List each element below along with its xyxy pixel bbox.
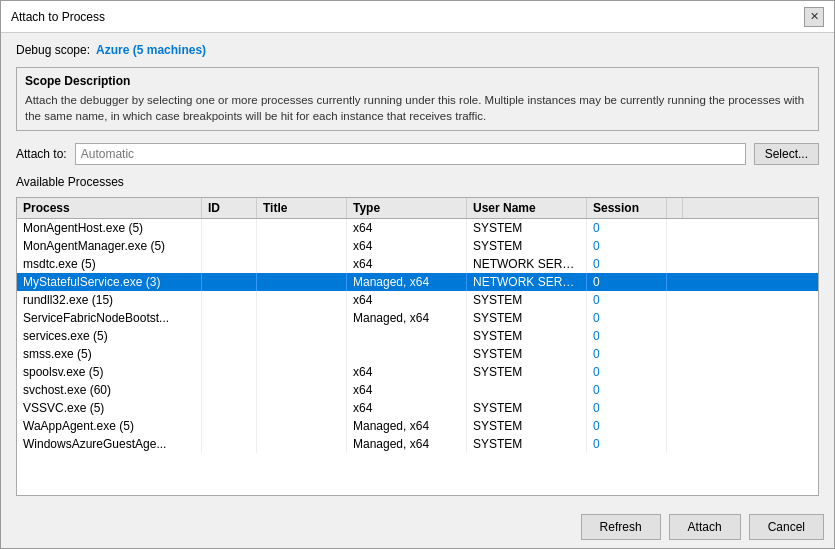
table-row[interactable]: rundll32.exe (15)x64SYSTEM0	[17, 291, 818, 309]
table-header: Process ID Title Type User Name Session	[17, 198, 818, 219]
cell-process: spoolsv.exe (5)	[17, 363, 202, 381]
cell-process: msdtc.exe (5)	[17, 255, 202, 273]
attach-to-input[interactable]	[75, 143, 746, 165]
cell-id	[202, 363, 257, 381]
cell-session: 0	[587, 255, 667, 273]
cell-process: MonAgentManager.exe (5)	[17, 237, 202, 255]
cell-title	[257, 345, 347, 363]
cell-id	[202, 381, 257, 399]
table-row[interactable]: svchost.exe (60)x640	[17, 381, 818, 399]
cell-process: MonAgentHost.exe (5)	[17, 219, 202, 237]
col-username: User Name	[467, 198, 587, 218]
cell-type: x64	[347, 255, 467, 273]
close-icon: ✕	[810, 10, 819, 23]
cell-title	[257, 273, 347, 291]
cell-type: Managed, x64	[347, 417, 467, 435]
cell-username: SYSTEM	[467, 291, 587, 309]
table-row[interactable]: smss.exe (5)SYSTEM0	[17, 345, 818, 363]
cell-type: x64	[347, 363, 467, 381]
cell-title	[257, 381, 347, 399]
cell-process: smss.exe (5)	[17, 345, 202, 363]
table-row[interactable]: MyStatefulService.exe (3)Managed, x64NET…	[17, 273, 818, 291]
cell-username: SYSTEM	[467, 435, 587, 453]
cell-id	[202, 309, 257, 327]
attach-button[interactable]: Attach	[669, 514, 741, 540]
cell-type: Managed, x64	[347, 273, 467, 291]
cell-username: NETWORK SERVICE	[467, 255, 587, 273]
attach-to-process-dialog: Attach to Process ✕ Debug scope: Azure (…	[0, 0, 835, 549]
cell-session: 0	[587, 219, 667, 237]
cell-process: WindowsAzureGuestAge...	[17, 435, 202, 453]
cell-session: 0	[587, 399, 667, 417]
col-scrollbar-spacer	[667, 198, 683, 218]
cell-process: VSSVC.exe (5)	[17, 399, 202, 417]
cell-title	[257, 255, 347, 273]
cell-process: WaAppAgent.exe (5)	[17, 417, 202, 435]
attach-to-label: Attach to:	[16, 147, 67, 161]
cell-session: 0	[587, 417, 667, 435]
table-row[interactable]: ServiceFabricNodeBootst...Managed, x64SY…	[17, 309, 818, 327]
attach-to-row: Attach to: Select...	[16, 143, 819, 165]
cell-session: 0	[587, 237, 667, 255]
cell-title	[257, 219, 347, 237]
cell-username: SYSTEM	[467, 345, 587, 363]
cell-id	[202, 435, 257, 453]
cell-username: SYSTEM	[467, 417, 587, 435]
cell-username: SYSTEM	[467, 363, 587, 381]
cell-type: x64	[347, 291, 467, 309]
cell-type: Managed, x64	[347, 309, 467, 327]
table-row[interactable]: services.exe (5)SYSTEM0	[17, 327, 818, 345]
cell-id	[202, 219, 257, 237]
cell-session: 0	[587, 327, 667, 345]
cell-title	[257, 417, 347, 435]
table-row[interactable]: WindowsAzureGuestAge...Managed, x64SYSTE…	[17, 435, 818, 453]
col-session: Session	[587, 198, 667, 218]
scope-description-group: Scope Description Attach the debugger by…	[16, 67, 819, 131]
table-row[interactable]: VSSVC.exe (5)x64SYSTEM0	[17, 399, 818, 417]
cell-type: x64	[347, 219, 467, 237]
scope-description-text: Attach the debugger by selecting one or …	[25, 92, 810, 124]
cell-type: x64	[347, 237, 467, 255]
table-row[interactable]: MonAgentManager.exe (5)x64SYSTEM0	[17, 237, 818, 255]
cell-session: 0	[587, 435, 667, 453]
dialog-content: Debug scope: Azure (5 machines) Scope De…	[1, 33, 834, 506]
debug-scope-row: Debug scope: Azure (5 machines)	[16, 43, 819, 57]
select-button[interactable]: Select...	[754, 143, 819, 165]
cancel-button[interactable]: Cancel	[749, 514, 824, 540]
col-process: Process	[17, 198, 202, 218]
cell-title	[257, 363, 347, 381]
cell-id	[202, 273, 257, 291]
cell-username	[467, 381, 587, 399]
cell-title	[257, 399, 347, 417]
cell-process: svchost.exe (60)	[17, 381, 202, 399]
debug-scope-label: Debug scope:	[16, 43, 90, 57]
table-row[interactable]: msdtc.exe (5)x64NETWORK SERVICE0	[17, 255, 818, 273]
cell-session: 0	[587, 273, 667, 291]
col-type: Type	[347, 198, 467, 218]
dialog-title: Attach to Process	[11, 10, 105, 24]
cell-session: 0	[587, 345, 667, 363]
cell-session: 0	[587, 381, 667, 399]
close-button[interactable]: ✕	[804, 7, 824, 27]
cell-username: SYSTEM	[467, 219, 587, 237]
table-row[interactable]: WaAppAgent.exe (5)Managed, x64SYSTEM0	[17, 417, 818, 435]
cell-username: SYSTEM	[467, 327, 587, 345]
cell-id	[202, 417, 257, 435]
cell-title	[257, 435, 347, 453]
table-row[interactable]: MonAgentHost.exe (5)x64SYSTEM0	[17, 219, 818, 237]
cell-id	[202, 327, 257, 345]
table-row[interactable]: spoolsv.exe (5)x64SYSTEM0	[17, 363, 818, 381]
cell-title	[257, 327, 347, 345]
cell-process: MyStatefulService.exe (3)	[17, 273, 202, 291]
cell-id	[202, 237, 257, 255]
cell-id	[202, 291, 257, 309]
refresh-button[interactable]: Refresh	[581, 514, 661, 540]
cell-session: 0	[587, 309, 667, 327]
cell-type: Managed, x64	[347, 435, 467, 453]
table-body[interactable]: MonAgentHost.exe (5)x64SYSTEM0MonAgentMa…	[17, 219, 818, 495]
cell-type: x64	[347, 399, 467, 417]
cell-id	[202, 399, 257, 417]
cell-title	[257, 237, 347, 255]
cell-session: 0	[587, 363, 667, 381]
cell-title	[257, 291, 347, 309]
